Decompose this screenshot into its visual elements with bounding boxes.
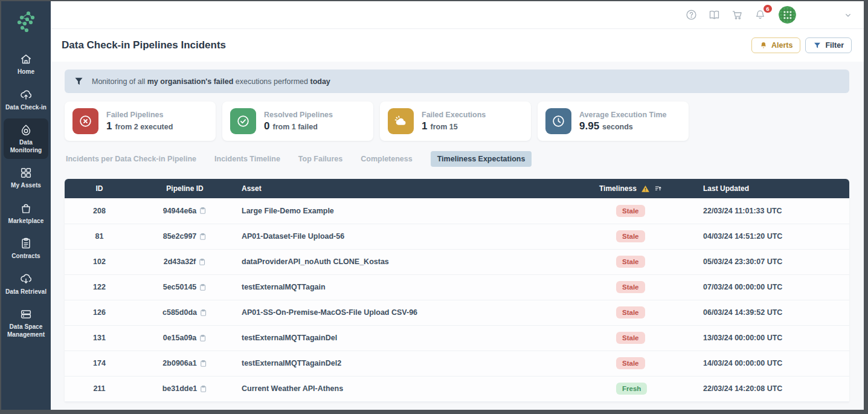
table-row[interactable]: 174 2b0906a1 testExternalMQTTagainDel2 S…	[65, 351, 849, 376]
server-icon	[19, 308, 33, 321]
stat-suffix: from 1 failed	[272, 123, 317, 131]
copy-icon[interactable]	[199, 385, 207, 393]
content-area: Monitoring of all my organisation's fail…	[51, 62, 864, 410]
stat-value: 1	[422, 120, 427, 132]
cell-timeliness: Stale	[593, 351, 697, 376]
cell-timeliness: Stale	[593, 198, 697, 224]
help-icon[interactable]	[685, 8, 698, 21]
stat-suffix: seconds	[602, 123, 633, 131]
cell-pipeline-id: 2b0906a1	[134, 351, 236, 376]
copy-icon[interactable]	[199, 283, 207, 291]
tab-timeliness-expectations[interactable]: Timeliness Expectations	[431, 151, 532, 167]
cell-id: 122	[65, 274, 134, 300]
table-row[interactable]: 211 be31dde1 Current Weather API-Athens …	[65, 376, 849, 401]
sidebar-item-data-space-management[interactable]: Data Space Management	[4, 303, 48, 343]
copy-icon[interactable]	[199, 360, 207, 367]
cell-last-updated: 13/03/24 00:00:00 UTC	[697, 325, 849, 351]
copy-icon[interactable]	[198, 258, 206, 266]
cell-last-updated: 04/03/24 14:51:20 UTC	[697, 224, 849, 249]
cell-last-updated: 06/03/24 14:39:52 UTC	[697, 300, 849, 325]
sidebar-item-label: Contracts	[11, 253, 40, 260]
table-header-row: ID Pipeline ID Asset Timeliness Last U	[65, 179, 849, 198]
documentation-book-icon[interactable]	[708, 8, 721, 21]
cell-timeliness: Stale	[593, 325, 697, 351]
sidebar-item-my-assets[interactable]: My Assets	[4, 161, 48, 195]
topbar: 6	[51, 1, 864, 29]
cell-asset: AP01-SS-On-Premise-MacOS-File Upload CSV…	[236, 300, 593, 325]
stat-label: Failed Executions	[422, 111, 486, 119]
cell-id: 102	[65, 249, 134, 274]
stat-label: Resolved Pipelines	[264, 111, 333, 119]
cell-id: 211	[65, 376, 134, 401]
column-header-id[interactable]: ID	[65, 179, 134, 198]
banner-text: Monitoring of all my organisation's fail…	[92, 77, 330, 86]
bag-icon	[19, 202, 33, 215]
stat-suffix: from 2 executed	[115, 123, 173, 131]
sidebar: Home Data Check-in Data Monitoring My As…	[1, 1, 51, 410]
page-header: Data Check-in Pipelines Incidents Alerts…	[51, 29, 864, 62]
notifications-bell-icon[interactable]: 6	[754, 8, 767, 21]
sidebar-item-label: Marketplace	[8, 218, 44, 225]
cell-asset: AP01-Dataset-File Upload-56	[236, 224, 593, 249]
copy-icon[interactable]	[199, 309, 207, 317]
clipboard-icon	[19, 237, 33, 250]
cell-last-updated: 14/03/24 00:00:00 UTC	[697, 351, 849, 376]
alerts-button[interactable]: Alerts	[751, 37, 800, 53]
sidebar-item-home[interactable]: Home	[4, 48, 48, 81]
tab-incidents-per-pipeline[interactable]: Incidents per Data Check-in Pipeline	[66, 151, 196, 167]
execution-time-clock-icon	[545, 108, 571, 134]
sidebar-item-label: Data Retrieval	[5, 288, 47, 296]
cloud-download-icon	[19, 273, 33, 286]
view-tabs: Incidents per Data Check-in Pipeline Inc…	[66, 151, 849, 167]
cell-timeliness: Stale	[593, 224, 697, 249]
avatar[interactable]	[779, 6, 796, 24]
app-window: Home Data Check-in Data Monitoring My As…	[0, 0, 868, 414]
sidebar-item-data-monitoring[interactable]: Data Monitoring	[4, 118, 48, 159]
column-header-asset[interactable]: Asset	[236, 179, 593, 198]
notification-count-badge: 6	[764, 5, 772, 13]
alerts-button-label: Alerts	[771, 41, 792, 50]
timeliness-badge: Stale	[616, 205, 645, 217]
table-row[interactable]: 126 c585d0da AP01-SS-On-Premise-MacOS-Fi…	[65, 300, 849, 325]
table-row[interactable]: 208 94944e6a Large File-Demo Example Sta…	[65, 198, 849, 224]
brand-logo[interactable]	[1, 1, 51, 47]
table-row[interactable]: 122 5ec50145 testExternalMQTTagain Stale…	[65, 274, 849, 300]
tab-top-failures[interactable]: Top Failures	[298, 151, 342, 167]
table-row[interactable]: 102 2d43a32f dataProviderAPI_noAuth CLON…	[65, 249, 849, 274]
copy-icon[interactable]	[199, 233, 207, 241]
copy-icon[interactable]	[199, 207, 207, 215]
sort-icon[interactable]	[654, 184, 663, 193]
stat-value: 9.95	[579, 120, 599, 132]
logo-dots-icon	[14, 9, 38, 36]
timeliness-badge: Stale	[616, 281, 645, 293]
timeliness-badge: Stale	[616, 306, 645, 319]
copy-icon[interactable]	[199, 334, 207, 342]
table-row[interactable]: 131 0e15a09a testExternalMQTTagainDel St…	[65, 325, 849, 351]
column-header-last-updated[interactable]: Last Updated	[697, 179, 849, 198]
cell-id: 208	[65, 198, 134, 224]
cloud-upload-icon	[19, 88, 33, 102]
banner-funnel-icon	[74, 76, 84, 86]
cell-pipeline-id: c585d0da	[134, 300, 236, 325]
chevron-down-icon[interactable]	[843, 10, 853, 20]
column-header-timeliness[interactable]: Timeliness	[593, 179, 697, 198]
stat-value: 1	[106, 120, 112, 132]
cart-icon[interactable]	[731, 8, 744, 21]
sidebar-item-label: Home	[18, 68, 34, 76]
home-icon	[19, 53, 33, 66]
sidebar-item-data-check-in[interactable]: Data Check-in	[4, 83, 48, 117]
tab-incidents-timeline[interactable]: Incidents Timeline	[214, 151, 280, 167]
sidebar-item-data-retrieval[interactable]: Data Retrieval	[4, 268, 48, 301]
table-row[interactable]: 81 85e2c997 AP01-Dataset-File Upload-56 …	[65, 224, 849, 249]
sidebar-item-contracts[interactable]: Contracts	[4, 232, 48, 265]
tab-completeness[interactable]: Completeness	[361, 151, 412, 167]
sidebar-item-label: Data Monitoring	[5, 139, 47, 154]
filter-button[interactable]: Filter	[805, 37, 852, 53]
timeliness-table: ID Pipeline ID Asset Timeliness Last U	[65, 179, 849, 402]
sidebar-item-marketplace[interactable]: Marketplace	[4, 197, 48, 230]
column-header-pipeline-id[interactable]: Pipeline ID	[134, 179, 236, 198]
table-body: 208 94944e6a Large File-Demo Example Sta…	[65, 198, 849, 401]
cell-last-updated: 05/03/24 23:30:07 UTC	[697, 249, 849, 274]
stat-suffix: from 15	[430, 123, 457, 131]
stat-cards: Failed Pipelines 1from 2 executed Resolv…	[65, 102, 849, 141]
